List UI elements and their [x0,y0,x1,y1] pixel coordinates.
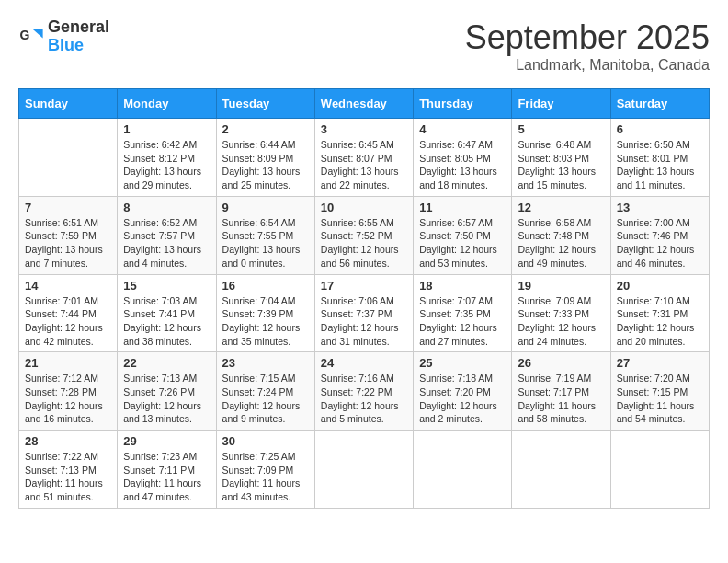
logo-blue: Blue [48,37,109,55]
day-info: Sunrise: 7:00 AMSunset: 7:46 PMDaylight:… [617,216,703,270]
day-number: 20 [617,279,703,293]
svg-text:G: G [19,28,29,42]
calendar-day-cell: 27 Sunrise: 7:20 AMSunset: 7:15 PMDaylig… [610,352,709,431]
calendar-day-cell [512,431,610,509]
day-info: Sunrise: 7:18 AMSunset: 7:20 PMDaylight:… [419,372,506,426]
day-number: 1 [123,122,210,136]
calendar-day-cell: 30 Sunrise: 7:25 AMSunset: 7:09 PMDaylig… [216,431,314,509]
calendar-day-cell: 9 Sunrise: 6:54 AMSunset: 7:55 PMDayligh… [216,196,314,274]
logo-text: General Blue [48,18,109,55]
calendar-day-cell: 2 Sunrise: 6:44 AMSunset: 8:09 PMDayligh… [216,119,314,197]
day-info: Sunrise: 7:16 AMSunset: 7:22 PMDaylight:… [321,372,407,426]
day-info: Sunrise: 7:06 AMSunset: 7:37 PMDaylight:… [321,294,407,349]
day-info: Sunrise: 7:12 AMSunset: 7:28 PMDaylight:… [25,372,111,426]
day-number: 19 [518,279,604,293]
day-number: 9 [222,201,309,214]
calendar-day-cell [314,431,413,509]
day-number: 2 [222,122,309,136]
calendar-day-cell: 10 Sunrise: 6:55 AMSunset: 7:52 PMDaylig… [314,196,413,274]
day-number: 13 [617,201,703,214]
day-info: Sunrise: 7:01 AMSunset: 7:44 PMDaylight:… [25,294,111,349]
calendar-day-cell: 20 Sunrise: 7:10 AMSunset: 7:31 PMDaylig… [610,274,709,352]
day-number: 28 [25,434,111,448]
calendar-day-cell: 13 Sunrise: 7:00 AMSunset: 7:46 PMDaylig… [610,196,709,274]
day-number: 27 [617,356,703,370]
day-info: Sunrise: 7:04 AMSunset: 7:39 PMDaylight:… [222,294,309,349]
calendar-day-cell: 22 Sunrise: 7:13 AMSunset: 7:26 PMDaylig… [118,352,216,431]
day-number: 24 [321,356,407,370]
day-number: 6 [617,122,703,136]
day-info: Sunrise: 7:07 AMSunset: 7:35 PMDaylight:… [419,294,506,349]
calendar-day-cell [610,431,709,509]
day-number: 15 [123,279,210,293]
calendar-day-cell: 21 Sunrise: 7:12 AMSunset: 7:28 PMDaylig… [19,352,118,431]
calendar-day-cell: 25 Sunrise: 7:18 AMSunset: 7:20 PMDaylig… [414,352,512,431]
calendar-day-cell: 16 Sunrise: 7:04 AMSunset: 7:39 PMDaylig… [216,274,314,352]
day-info: Sunrise: 7:20 AMSunset: 7:15 PMDaylight:… [617,372,703,426]
calendar-day-cell [414,431,512,509]
day-number: 21 [25,356,111,370]
day-info: Sunrise: 7:23 AMSunset: 7:11 PMDaylight:… [123,450,210,504]
day-number: 4 [419,122,506,136]
calendar-day-cell: 6 Sunrise: 6:50 AMSunset: 8:01 PMDayligh… [610,119,709,197]
calendar-day-cell: 12 Sunrise: 6:58 AMSunset: 7:48 PMDaylig… [512,196,610,274]
day-number: 17 [321,279,407,293]
day-info: Sunrise: 7:13 AMSunset: 7:26 PMDaylight:… [123,372,210,426]
calendar-week-row: 7 Sunrise: 6:51 AMSunset: 7:59 PMDayligh… [19,196,710,274]
logo: G General Blue [18,18,109,55]
calendar-week-row: 28 Sunrise: 7:22 AMSunset: 7:13 PMDaylig… [19,431,710,509]
day-info: Sunrise: 7:19 AMSunset: 7:17 PMDaylight:… [518,372,604,426]
calendar-table: SundayMondayTuesdayWednesdayThursdayFrid… [18,88,710,509]
calendar-day-cell: 23 Sunrise: 7:15 AMSunset: 7:24 PMDaylig… [216,352,314,431]
month-title: September 2025 [465,18,710,57]
calendar-day-cell: 29 Sunrise: 7:23 AMSunset: 7:11 PMDaylig… [118,431,216,509]
day-info: Sunrise: 6:51 AMSunset: 7:59 PMDaylight:… [25,216,111,270]
day-of-week-header: Friday [512,89,610,119]
logo-general: General [48,18,109,37]
day-number: 7 [25,201,111,214]
page-header: G General Blue September 2025 Landmark, … [18,18,710,74]
day-info: Sunrise: 6:50 AMSunset: 8:01 PMDaylight:… [617,138,703,192]
day-info: Sunrise: 6:42 AMSunset: 8:12 PMDaylight:… [123,138,210,192]
calendar-day-cell: 7 Sunrise: 6:51 AMSunset: 7:59 PMDayligh… [19,196,118,274]
day-info: Sunrise: 6:58 AMSunset: 7:48 PMDaylight:… [518,216,604,270]
day-info: Sunrise: 6:54 AMSunset: 7:55 PMDaylight:… [222,216,309,270]
calendar-day-cell: 19 Sunrise: 7:09 AMSunset: 7:33 PMDaylig… [512,274,610,352]
logo-icon: G [18,24,44,50]
calendar-day-cell: 24 Sunrise: 7:16 AMSunset: 7:22 PMDaylig… [314,352,413,431]
day-info: Sunrise: 7:15 AMSunset: 7:24 PMDaylight:… [222,372,309,426]
calendar-day-cell: 17 Sunrise: 7:06 AMSunset: 7:37 PMDaylig… [314,274,413,352]
day-info: Sunrise: 6:52 AMSunset: 7:57 PMDaylight:… [123,216,210,270]
day-of-week-header: Tuesday [216,89,314,119]
calendar-day-cell: 26 Sunrise: 7:19 AMSunset: 7:17 PMDaylig… [512,352,610,431]
day-info: Sunrise: 7:25 AMSunset: 7:09 PMDaylight:… [222,450,309,504]
day-info: Sunrise: 7:03 AMSunset: 7:41 PMDaylight:… [123,294,210,349]
calendar-header-row: SundayMondayTuesdayWednesdayThursdayFrid… [19,89,710,119]
calendar-week-row: 14 Sunrise: 7:01 AMSunset: 7:44 PMDaylig… [19,274,710,352]
day-number: 23 [222,356,309,370]
day-number: 26 [518,356,604,370]
calendar-day-cell: 4 Sunrise: 6:47 AMSunset: 8:05 PMDayligh… [414,119,512,197]
day-number: 14 [25,279,111,293]
day-number: 12 [518,201,604,214]
day-info: Sunrise: 7:09 AMSunset: 7:33 PMDaylight:… [518,294,604,349]
day-number: 18 [419,279,506,293]
svg-marker-1 [32,29,42,38]
calendar-day-cell [19,119,118,197]
calendar-day-cell: 5 Sunrise: 6:48 AMSunset: 8:03 PMDayligh… [512,119,610,197]
day-of-week-header: Thursday [414,89,512,119]
day-number: 30 [222,434,309,448]
calendar-day-cell: 14 Sunrise: 7:01 AMSunset: 7:44 PMDaylig… [19,274,118,352]
day-of-week-header: Saturday [610,89,709,119]
day-info: Sunrise: 7:10 AMSunset: 7:31 PMDaylight:… [617,294,703,349]
day-number: 29 [123,434,210,448]
day-number: 8 [123,201,210,214]
calendar-day-cell: 15 Sunrise: 7:03 AMSunset: 7:41 PMDaylig… [118,274,216,352]
calendar-day-cell: 8 Sunrise: 6:52 AMSunset: 7:57 PMDayligh… [118,196,216,274]
calendar-day-cell: 11 Sunrise: 6:57 AMSunset: 7:50 PMDaylig… [414,196,512,274]
title-section: September 2025 Landmark, Manitoba, Canad… [465,18,710,74]
day-of-week-header: Wednesday [314,89,413,119]
day-number: 25 [419,356,506,370]
day-info: Sunrise: 6:55 AMSunset: 7:52 PMDaylight:… [321,216,407,270]
day-number: 3 [321,122,407,136]
